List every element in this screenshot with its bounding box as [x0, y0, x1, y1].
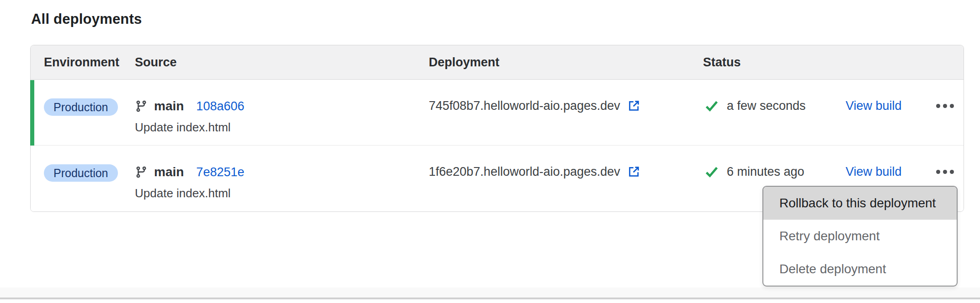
environment-cell: Production — [31, 80, 135, 145]
row-menu-cell — [928, 80, 964, 145]
source-cell: main 108a606 Update index.html — [135, 80, 429, 145]
row-menu-button[interactable] — [934, 102, 956, 110]
table-row: Production main 108a606 Update index.htm… — [31, 80, 964, 145]
deployment-cell: 745f08b7.helloworld-aio.pages.dev — [429, 80, 703, 145]
section-divider — [0, 298, 980, 299]
environment-badge: Production — [44, 164, 118, 182]
branch-name: main — [154, 98, 184, 114]
commit-message: Update index.html — [135, 120, 429, 134]
check-icon — [704, 164, 719, 179]
column-header-status: Status — [703, 55, 846, 70]
check-icon — [704, 98, 719, 113]
menu-item-delete[interactable]: Delete deployment — [763, 253, 957, 286]
external-link-icon[interactable] — [627, 99, 641, 113]
status-text: a few seconds — [727, 98, 806, 114]
commit-message: Update index.html — [135, 186, 429, 200]
commit-link[interactable]: 108a606 — [196, 98, 244, 114]
git-branch-icon — [135, 100, 148, 113]
deployment-cell: 1f6e20b7.helloworld-aio.pages.dev — [429, 146, 703, 211]
status-text: 6 minutes ago — [727, 164, 804, 179]
table-header: Environment Source Deployment Status — [31, 45, 964, 80]
column-header-source: Source — [135, 55, 429, 70]
deployment-url: 745f08b7.helloworld-aio.pages.dev — [429, 98, 620, 114]
status-cell: a few seconds — [703, 80, 846, 145]
column-header-environment: Environment — [31, 55, 135, 70]
view-build-link[interactable]: View build — [846, 99, 902, 113]
menu-item-rollback[interactable]: Rollback to this deployment — [763, 187, 957, 220]
deployment-url: 1f6e20b7.helloworld-aio.pages.dev — [429, 164, 620, 179]
external-link-icon[interactable] — [627, 165, 641, 179]
menu-item-retry[interactable]: Retry deployment — [763, 220, 957, 253]
environment-cell: Production — [31, 146, 135, 211]
source-cell: main 7e8251e Update index.html — [135, 146, 429, 211]
git-branch-icon — [135, 166, 148, 179]
environment-badge: Production — [44, 98, 118, 116]
deployment-context-menu: Rollback to this deployment Retry deploy… — [762, 186, 958, 287]
column-header-deployment: Deployment — [429, 55, 703, 70]
section-divider-band — [0, 287, 980, 298]
row-menu-button[interactable] — [934, 168, 956, 176]
view-build-link[interactable]: View build — [846, 165, 902, 179]
page-title: All deployments — [31, 11, 142, 27]
branch-name: main — [154, 164, 184, 180]
commit-link[interactable]: 7e8251e — [196, 164, 244, 180]
current-deployment-indicator — [30, 80, 34, 146]
actions-cell: View build — [846, 80, 928, 145]
